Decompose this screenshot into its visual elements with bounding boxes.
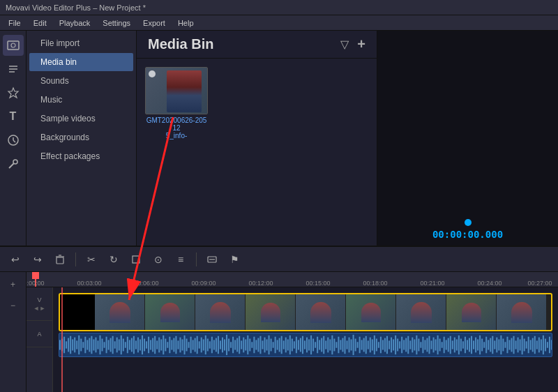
properties-button[interactable]: ⊙ (150, 251, 167, 268)
svg-rect-222 (490, 338, 491, 352)
svg-rect-31 (86, 340, 88, 349)
svg-rect-238 (524, 339, 525, 352)
svg-rect-14 (133, 256, 140, 263)
svg-rect-116 (266, 339, 268, 350)
svg-rect-245 (538, 338, 540, 353)
svg-rect-57 (142, 336, 143, 354)
svg-rect-143 (323, 336, 324, 354)
svg-rect-193 (429, 336, 430, 354)
add-media-button[interactable]: + (357, 36, 365, 52)
timeline-zoom-in[interactable]: + (3, 275, 23, 294)
svg-rect-41 (108, 340, 110, 349)
timeline-zoom-out[interactable]: − (3, 296, 23, 315)
filter-icon[interactable]: ▽ (340, 38, 349, 51)
svg-rect-178 (397, 339, 398, 352)
svg-rect-62 (152, 338, 153, 352)
svg-rect-53 (133, 336, 135, 354)
redo-button[interactable]: ↪ (29, 251, 46, 268)
media-item[interactable]: GMT20200626-205125_info- (145, 67, 208, 140)
delete-button[interactable] (52, 251, 68, 268)
svg-rect-194 (431, 340, 432, 349)
crop-button[interactable] (128, 251, 144, 268)
svg-rect-158 (355, 339, 356, 352)
sidebar-item-sounds[interactable]: Sounds (29, 72, 133, 90)
menu-playback[interactable]: Playback (54, 17, 96, 29)
undo-button[interactable]: ↩ (7, 251, 24, 268)
preview-area: 00:00:00.000 (377, 31, 558, 246)
tool-clock[interactable] (3, 130, 24, 151)
menu-settings[interactable]: Settings (97, 17, 136, 29)
svg-rect-67 (163, 336, 164, 354)
list-button[interactable]: ≡ (172, 251, 189, 268)
svg-rect-37 (99, 336, 100, 354)
svg-rect-203 (450, 336, 451, 354)
flag-button[interactable]: ⚑ (226, 251, 243, 268)
svg-rect-179 (399, 341, 400, 348)
svg-rect-248 (545, 339, 546, 352)
timeline-body: + − 00:00:00 00:03:00 00:06:00 00:09:00 … (0, 272, 558, 392)
sidebar-item-media-bin[interactable]: Media bin (29, 53, 133, 71)
sidebar-item-music[interactable]: Music (29, 91, 133, 109)
svg-rect-144 (325, 340, 326, 349)
media-grid: GMT20200626-205125_info- (137, 59, 377, 148)
menu-export[interactable]: Export (137, 17, 171, 29)
tool-fx[interactable] (3, 82, 24, 103)
ruler-mark-5: 00:15:00 (306, 280, 330, 287)
tool-text[interactable]: T (3, 106, 24, 127)
svg-rect-224 (494, 340, 495, 349)
sidebar-item-file-import[interactable]: File import (29, 34, 133, 52)
video-frames (95, 294, 547, 330)
svg-rect-40 (106, 337, 107, 354)
svg-rect-189 (420, 342, 421, 347)
video-track[interactable] (59, 293, 552, 331)
svg-rect-229 (504, 342, 506, 347)
svg-rect-113 (259, 336, 261, 354)
svg-rect-20 (63, 337, 65, 354)
svg-rect-71 (171, 340, 172, 349)
menu-edit[interactable]: Edit (28, 17, 52, 29)
tool-tools[interactable] (3, 153, 24, 174)
svg-rect-236 (520, 339, 521, 350)
svg-rect-107 (247, 336, 248, 354)
svg-rect-112 (257, 338, 259, 352)
caption-button[interactable] (204, 251, 220, 268)
svg-rect-118 (271, 339, 272, 352)
svg-rect-239 (526, 341, 527, 348)
menu-file[interactable]: File (3, 17, 27, 29)
menu-help[interactable]: Help (172, 17, 199, 29)
svg-rect-32 (89, 338, 90, 352)
video-frame-5 (296, 294, 346, 330)
svg-rect-23 (70, 336, 71, 354)
svg-rect-108 (249, 339, 250, 352)
svg-rect-21 (66, 341, 67, 348)
video-frame-6 (346, 294, 396, 330)
cut-button[interactable]: ✂ (83, 251, 100, 268)
svg-rect-157 (353, 335, 354, 355)
rotate-button[interactable]: ↻ (105, 251, 122, 268)
svg-rect-231 (508, 340, 510, 349)
svg-rect-176 (393, 339, 394, 350)
audio-track[interactable] (59, 333, 552, 357)
svg-rect-233 (513, 336, 515, 354)
svg-rect-183 (407, 336, 409, 354)
svg-rect-61 (150, 340, 151, 349)
svg-rect-251 (551, 340, 552, 349)
svg-rect-206 (456, 339, 458, 350)
svg-rect-125 (285, 338, 287, 353)
video-frame-8 (446, 294, 497, 330)
svg-rect-163 (365, 336, 367, 354)
tool-media[interactable] (3, 35, 24, 56)
svg-rect-129 (294, 341, 295, 348)
sidebar-item-effect-packages[interactable]: Effect packages (29, 147, 133, 165)
svg-rect-210 (465, 337, 466, 354)
svg-rect-111 (255, 340, 257, 349)
svg-rect-184 (409, 340, 411, 349)
tool-edit[interactable] (3, 59, 24, 80)
svg-rect-185 (412, 338, 413, 353)
video-frame-9 (497, 294, 547, 330)
svg-rect-102 (236, 338, 238, 352)
svg-rect-80 (190, 337, 192, 354)
sidebar-item-backgrounds[interactable]: Backgrounds (29, 128, 133, 146)
sidebar-item-sample-videos[interactable]: Sample videos (29, 110, 133, 128)
title-text: Movavi Video Editor Plus – New Project * (6, 3, 146, 12)
